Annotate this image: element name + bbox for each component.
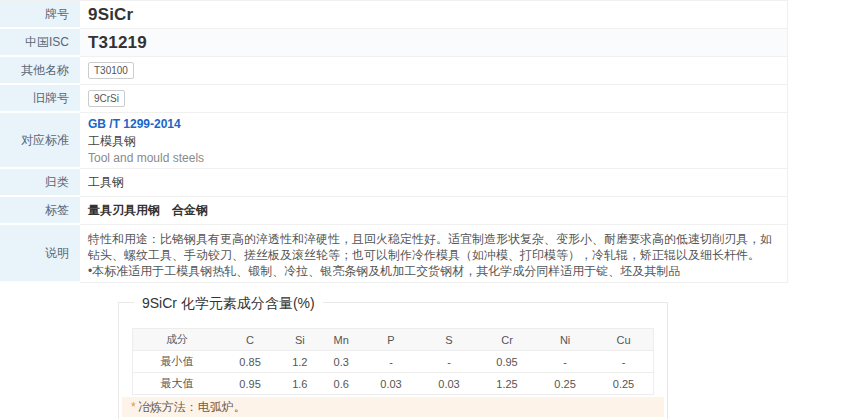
note-marker: * bbox=[131, 400, 136, 414]
header-cell: C bbox=[221, 329, 279, 351]
value-cell: 1.2 bbox=[279, 351, 320, 373]
standard-link[interactable]: GB /T 1299-2014 bbox=[88, 116, 787, 133]
china-isc-value: T31219 bbox=[88, 33, 147, 53]
info-row-china-isc: 中国ISC T31219 bbox=[0, 29, 787, 57]
info-row-tags: 标签 量具刃具用钢 合金钢 bbox=[0, 197, 787, 225]
info-label: 归类 bbox=[0, 169, 80, 197]
value-cell: 1.6 bbox=[279, 373, 320, 395]
info-row-old-grade: 旧牌号 9CrSi bbox=[0, 85, 787, 113]
info-value: 9CrSi bbox=[80, 85, 787, 113]
row-name-cell: 最大值 bbox=[133, 373, 222, 395]
info-row-description: 说明 特性和用途：比铬钢具有更高的淬透性和淬硬性，且回火稳定性好。适宜制造形状复… bbox=[0, 225, 787, 283]
value-cell: 0.3 bbox=[321, 351, 362, 373]
info-label: 牌号 bbox=[0, 1, 80, 29]
header-cell: S bbox=[420, 329, 478, 351]
header-cell: 成分 bbox=[133, 329, 222, 351]
standard-name-cn: 工模具钢 bbox=[88, 133, 787, 150]
info-value: T30100 bbox=[80, 57, 787, 85]
table-row-max: 最大值 0.95 1.6 0.6 0.03 0.03 1.25 0.25 0.2… bbox=[133, 373, 654, 395]
old-grade-tag[interactable]: 9CrSi bbox=[88, 90, 125, 107]
info-row-category: 归类 工具钢 bbox=[0, 169, 787, 197]
value-cell: 0.85 bbox=[221, 351, 279, 373]
composition-header-row: 成分 C Si Mn P S Cr Ni Cu bbox=[133, 329, 654, 351]
info-label: 对应标准 bbox=[0, 113, 80, 169]
header-cell: Mn bbox=[321, 329, 362, 351]
grade-designation-value: 9SiCr bbox=[88, 5, 133, 25]
info-value: 特性和用途：比铬钢具有更高的淬透性和淬硬性，且回火稳定性好。适宜制造形状复杂、变… bbox=[80, 225, 787, 283]
value-cell: 0.03 bbox=[362, 373, 420, 395]
header-cell: P bbox=[362, 329, 420, 351]
composition-section: 9SiCr 化学元素成分含量(%) 成分 C Si Mn P S Cr Ni C… bbox=[118, 302, 668, 419]
note-text: 冶炼方法：电弧炉。 bbox=[138, 400, 246, 414]
value-cell: 0.25 bbox=[594, 373, 653, 395]
header-cell: Cr bbox=[478, 329, 536, 351]
value-cell: 0.25 bbox=[536, 373, 594, 395]
value-cell: 0.95 bbox=[221, 373, 279, 395]
info-value: 9SiCr bbox=[80, 1, 787, 29]
info-value: GB /T 1299-2014 工模具钢 Tool and mould stee… bbox=[80, 113, 787, 169]
info-value: T31219 bbox=[80, 29, 787, 57]
value-cell: - bbox=[362, 351, 420, 373]
value-cell: 1.25 bbox=[478, 373, 536, 395]
info-label: 其他名称 bbox=[0, 57, 80, 85]
header-cell: Si bbox=[279, 329, 320, 351]
composition-title: 9SiCr 化学元素成分含量(%) bbox=[134, 294, 323, 312]
value-cell: - bbox=[420, 351, 478, 373]
header-cell: Ni bbox=[536, 329, 594, 351]
value-cell: 0.03 bbox=[420, 373, 478, 395]
info-value: 量具刃具用钢 合金钢 bbox=[80, 197, 787, 225]
other-name-tag[interactable]: T30100 bbox=[88, 62, 134, 79]
value-cell: 0.6 bbox=[321, 373, 362, 395]
standard-name-en: Tool and mould steels bbox=[88, 150, 787, 167]
description-paragraph: •本标准适用于工模具钢热轧、锻制、冷拉、银亮条钢及机加工交货钢材，其化学成分同样… bbox=[88, 263, 777, 279]
info-label: 旧牌号 bbox=[0, 85, 80, 113]
row-name-cell: 最小值 bbox=[133, 351, 222, 373]
value-cell: - bbox=[594, 351, 653, 373]
info-label: 标签 bbox=[0, 197, 80, 225]
info-row-grade: 牌号 9SiCr bbox=[0, 1, 787, 29]
info-label: 中国ISC bbox=[0, 29, 80, 57]
value-cell: - bbox=[536, 351, 594, 373]
smelting-note: *冶炼方法：电弧炉。 bbox=[122, 397, 664, 417]
info-row-standard: 对应标准 GB /T 1299-2014 工模具钢 Tool and mould… bbox=[0, 113, 787, 169]
value-cell: 0.95 bbox=[478, 351, 536, 373]
table-row-min: 最小值 0.85 1.2 0.3 - - 0.95 - - bbox=[133, 351, 654, 373]
composition-table: 成分 C Si Mn P S Cr Ni Cu 最小值 0.85 1.2 0.3… bbox=[132, 328, 654, 395]
info-label: 说明 bbox=[0, 225, 80, 283]
info-row-other-name: 其他名称 T30100 bbox=[0, 57, 787, 85]
tag-item[interactable]: 量具刃具用钢 bbox=[88, 202, 160, 219]
grade-info-table: 牌号 9SiCr 中国ISC T31219 其他名称 T30100 旧牌号 9C… bbox=[0, 0, 788, 283]
description-paragraph: 特性和用途：比铬钢具有更高的淬透性和淬硬性，且回火稳定性好。适宜制造形状复杂、变… bbox=[88, 231, 777, 263]
composition-legend-row: 9SiCr 化学元素成分含量(%) bbox=[132, 294, 654, 312]
header-cell: Cu bbox=[594, 329, 653, 351]
tag-item[interactable]: 合金钢 bbox=[172, 202, 208, 219]
category-value: 工具钢 bbox=[80, 169, 787, 197]
